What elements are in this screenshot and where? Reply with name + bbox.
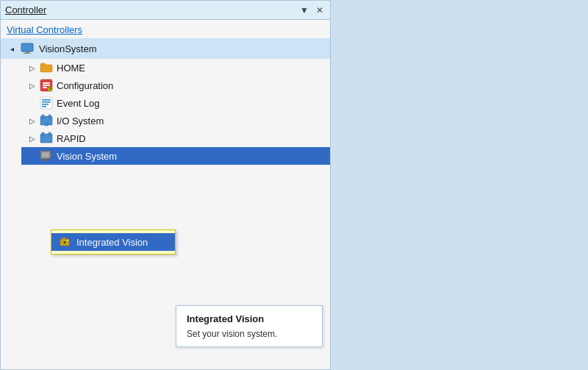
folder-icon	[39, 60, 54, 75]
tree-item-visionsystem[interactable]: Vision System	[21, 147, 330, 165]
root-label: VisionSystem	[39, 43, 97, 54]
panel-title[interactable]: Controller	[5, 4, 46, 15]
expander-home[interactable]: ▷	[27, 63, 37, 73]
virtual-controllers-link[interactable]: Virtual Controllers	[1, 23, 330, 38]
tree-expander-root[interactable]: ◂	[7, 43, 17, 54]
panel-header: Controller ▼ ✕	[1, 1, 330, 20]
rapid-icon	[39, 131, 54, 146]
expander-rapid[interactable]: ▷	[27, 133, 37, 143]
camera-icon	[59, 235, 72, 249]
svg-rect-16	[42, 115, 44, 118]
context-menu: Integrated Vision	[51, 230, 176, 255]
info-box: Integrated Vision Set your vision system…	[176, 305, 323, 347]
svg-rect-20	[42, 132, 44, 136]
tree-item-home[interactable]: ▷ HOME	[21, 59, 330, 77]
svg-rect-23	[42, 152, 49, 157]
svg-rect-25	[43, 159, 49, 161]
tree-item-rapid[interactable]: ▷ RAPID	[21, 129, 330, 147]
home-label: HOME	[57, 63, 85, 74]
panel-controls: ▼ ✕	[298, 5, 326, 15]
svg-rect-1	[25, 51, 29, 53]
info-box-title: Integrated Vision	[187, 313, 312, 324]
info-box-description: Set your vision system.	[187, 329, 312, 339]
svg-rect-4	[43, 82, 50, 84]
svg-rect-6	[43, 87, 47, 88]
tree-item-configuration[interactable]: ▷ Configuration	[21, 77, 330, 94]
close-button[interactable]: ✕	[314, 5, 326, 15]
tree-root-visionsystem[interactable]: ◂ VisionSystem	[1, 38, 330, 59]
config-icon	[39, 78, 54, 93]
iosystem-label: I/O System	[57, 115, 104, 127]
configuration-label: Configuration	[57, 80, 113, 91]
controller-icon	[18, 40, 36, 57]
svg-rect-29	[62, 238, 65, 240]
context-menu-item-label: Integrated Vision	[76, 237, 148, 248]
svg-rect-14	[42, 106, 46, 107]
svg-rect-18	[45, 123, 48, 126]
tree-item-iosystem[interactable]: ▷ I/O System	[21, 112, 330, 129]
rapid-label: RAPID	[57, 133, 86, 144]
minimize-button[interactable]: ▼	[298, 5, 311, 15]
eventlog-label: Event Log	[57, 98, 100, 109]
context-menu-item-integrated-vision[interactable]: Integrated Vision	[51, 233, 175, 251]
expander-vision	[27, 151, 37, 161]
svg-point-28	[64, 241, 66, 243]
svg-rect-0	[21, 43, 33, 51]
visionsystem-label: Vision System	[57, 151, 117, 162]
svg-rect-21	[49, 132, 51, 136]
tree-children: ▷ HOME ▷	[1, 59, 330, 165]
svg-rect-13	[42, 104, 49, 105]
right-panel	[331, 0, 588, 370]
io-icon	[39, 113, 54, 128]
svg-rect-12	[42, 102, 51, 103]
svg-rect-17	[49, 115, 51, 118]
eventlog-icon	[39, 96, 54, 110]
svg-rect-2	[24, 53, 31, 54]
expander-config[interactable]: ▷	[27, 80, 37, 90]
tree-item-eventlog[interactable]: Event Log	[21, 94, 330, 112]
svg-rect-10	[40, 97, 52, 109]
vision-icon	[39, 149, 54, 163]
svg-rect-24	[50, 154, 52, 156]
controller-panel: Controller ▼ ✕ Virtual Controllers ◂	[0, 0, 331, 370]
svg-rect-5	[43, 85, 50, 86]
expander-eventlog	[27, 98, 37, 108]
svg-rect-11	[42, 99, 51, 101]
expander-io[interactable]: ▷	[27, 115, 37, 126]
svg-rect-30	[67, 240, 68, 241]
